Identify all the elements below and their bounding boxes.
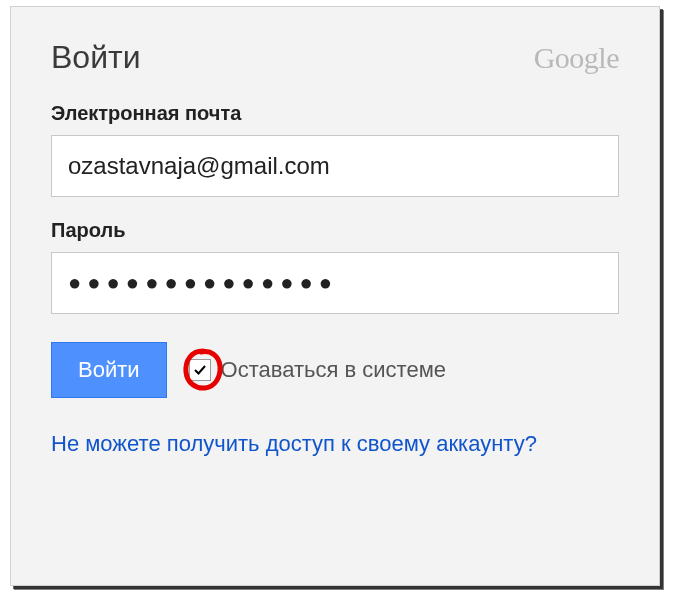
password-field[interactable] — [51, 252, 619, 314]
login-card-body: Войти Google Электронная почта Пароль Во… — [11, 7, 659, 490]
email-block: Электронная почта — [51, 102, 619, 197]
password-block: Пароль — [51, 219, 619, 314]
page-title: Войти — [51, 39, 141, 76]
login-card: Войти Google Электронная почта Пароль Во… — [10, 6, 660, 586]
email-field[interactable] — [51, 135, 619, 197]
checkmark-icon — [193, 363, 207, 377]
recover-account-link[interactable]: Не можете получить доступ к своему аккау… — [51, 428, 537, 460]
email-label: Электронная почта — [51, 102, 619, 125]
stay-signed-in-label: Оставаться в системе — [221, 357, 446, 383]
stay-signed-in-checkbox[interactable] — [189, 359, 211, 381]
header-row: Войти Google — [51, 39, 619, 76]
signin-button[interactable]: Войти — [51, 342, 167, 398]
action-row: Войти Оставаться в системе — [51, 342, 619, 398]
password-label: Пароль — [51, 219, 619, 242]
stay-signed-in-group: Оставаться в системе — [189, 357, 446, 383]
google-logo: Google — [534, 41, 619, 75]
